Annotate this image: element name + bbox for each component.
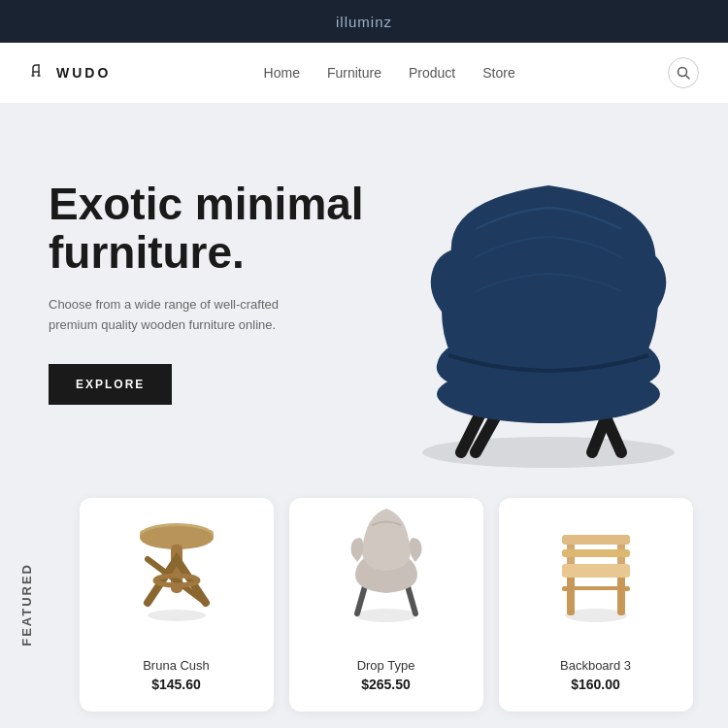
navbar: WUDO Home Furniture Product Store [0, 43, 728, 103]
hero-title: Exotic minimal furniture. [49, 180, 417, 278]
product-image-1 [114, 479, 240, 624]
hero-content: Exotic minimal furniture. Choose from a … [49, 180, 417, 406]
nav-item-store[interactable]: Store [482, 64, 514, 82]
nav-item-product[interactable]: Product [409, 64, 455, 82]
product-card-3[interactable]: Backboard 3 $160.00 [499, 498, 693, 711]
nav-item-furniture[interactable]: Furniture [327, 64, 381, 82]
explore-button[interactable]: EXPLORE [49, 364, 172, 405]
product-price-1: $145.60 [151, 677, 201, 692]
svg-rect-18 [562, 549, 630, 557]
product-card-1[interactable]: Bruna Cush $145.60 [80, 498, 274, 711]
product-price-2: $265.50 [361, 677, 411, 692]
featured-section: Featured [0, 481, 728, 728]
featured-label: Featured [0, 563, 53, 646]
hero-section: Exotic minimal furniture. Choose from a … [0, 103, 728, 481]
top-bar: illuminz [0, 0, 728, 43]
svg-line-1 [686, 76, 690, 80]
search-button[interactable] [668, 57, 699, 88]
nav-item-home[interactable]: Home [264, 64, 300, 82]
svg-rect-17 [562, 535, 630, 545]
product-name-3: Backboard 3 [560, 658, 631, 673]
product-card-2[interactable]: Drop Type $265.50 [289, 498, 483, 711]
svg-rect-16 [562, 564, 630, 578]
svg-point-4 [148, 610, 206, 621]
top-bar-title: illuminz [336, 14, 392, 30]
product-image-3 [533, 479, 659, 624]
nav-links: Home Furniture Product Store [264, 64, 515, 82]
svg-rect-21 [570, 586, 622, 590]
product-name-2: Drop Type [357, 658, 415, 673]
logo-icon [29, 60, 50, 86]
product-name-1: Bruna Cush [143, 658, 210, 673]
logo-text: WUDO [56, 65, 111, 81]
product-price-3: $160.00 [571, 677, 620, 692]
logo: WUDO [29, 60, 111, 86]
hero-subtitle: Choose from a wide range of well-crafted… [49, 295, 320, 336]
product-cards: Bruna Cush $145.60 [53, 488, 728, 721]
product-image-2 [323, 479, 449, 624]
svg-point-10 [355, 609, 417, 622]
